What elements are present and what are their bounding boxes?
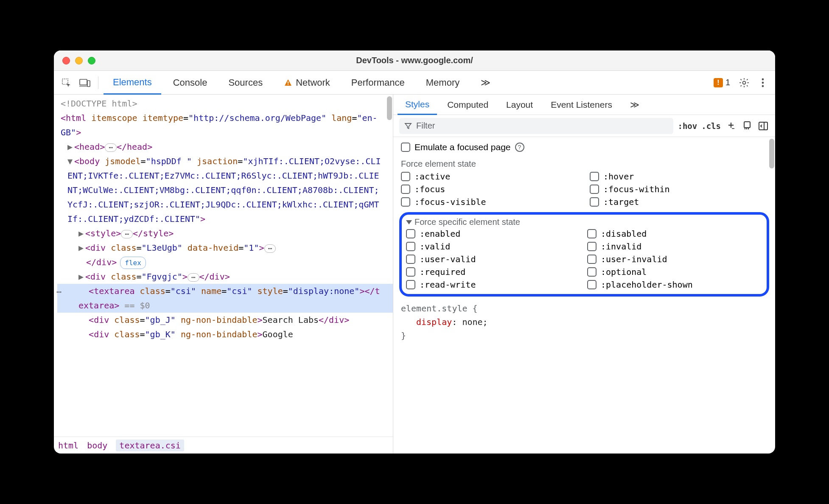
- chevron-down-icon: [406, 220, 412, 224]
- tab-memory[interactable]: Memory: [417, 71, 469, 95]
- copy-styles-icon[interactable]: [741, 120, 753, 132]
- ellipsis-chip[interactable]: ⋯: [105, 143, 117, 152]
- tab-more[interactable]: ≫: [471, 71, 500, 95]
- checkbox[interactable]: [590, 197, 599, 207]
- scrollbar[interactable]: [387, 96, 392, 120]
- svg-rect-5: [288, 84, 288, 85]
- checkbox[interactable]: [406, 229, 415, 238]
- checkbox[interactable]: [401, 172, 410, 181]
- kebab-menu-icon[interactable]: [755, 75, 771, 91]
- force-specific-header[interactable]: Force specific element state: [406, 217, 762, 229]
- state-read-write[interactable]: :read-write: [406, 280, 581, 290]
- checkbox[interactable]: [406, 255, 415, 264]
- subtab-more[interactable]: ≫: [622, 95, 647, 115]
- ellipsis-chip[interactable]: ⋯: [188, 273, 199, 282]
- subtab-event-listeners[interactable]: Event Listeners: [543, 95, 620, 115]
- state-hover[interactable]: :hover: [590, 171, 773, 182]
- force-state-label: Force element state: [398, 157, 775, 171]
- help-icon[interactable]: ?: [515, 143, 524, 152]
- settings-icon[interactable]: [736, 75, 752, 91]
- main-tabbar: Elements Console Sources Network Perform…: [54, 71, 775, 95]
- ellipsis-chip[interactable]: ⋯: [121, 230, 133, 238]
- dom-head[interactable]: ▶<head>⋯</head>: [57, 140, 393, 154]
- style-prop[interactable]: display: [401, 317, 452, 327]
- subtab-layout[interactable]: Layout: [499, 95, 541, 115]
- dom-div-gbk[interactable]: <div class="gb_K" ng-non-bindable>Google: [57, 327, 393, 342]
- state-user-invalid[interactable]: :user-invalid: [587, 254, 762, 264]
- warning-icon: [284, 78, 292, 87]
- hov-toggle[interactable]: :hov: [678, 121, 697, 131]
- dom-style[interactable]: ▶<style>⋯</style>: [57, 226, 393, 241]
- checkbox[interactable]: [401, 185, 410, 194]
- dom-html-open[interactable]: <html itemscope itemtype="http://schema.…: [57, 111, 393, 140]
- scrollbar[interactable]: [769, 139, 774, 168]
- ellipsis-chip[interactable]: ⋯: [264, 244, 276, 253]
- tab-elements[interactable]: Elements: [104, 71, 161, 95]
- checkbox[interactable]: [590, 172, 599, 181]
- close-window-button[interactable]: [62, 57, 70, 64]
- checkbox[interactable]: [587, 280, 597, 289]
- checkbox[interactable]: [587, 255, 597, 264]
- state-enabled[interactable]: :enabled: [406, 229, 581, 239]
- state-placeholder-shown[interactable]: :placeholder-shown: [587, 280, 762, 290]
- state-optional[interactable]: :optional: [587, 267, 762, 277]
- dom-div-fgvgjc[interactable]: ▶<div class="Fgvgjc">⋯</div>: [57, 269, 393, 284]
- checkbox[interactable]: [587, 267, 597, 277]
- checkbox[interactable]: [587, 242, 597, 251]
- new-style-rule-icon[interactable]: [725, 120, 737, 132]
- subtab-computed[interactable]: Computed: [440, 95, 496, 115]
- inspect-element-icon[interactable]: [58, 75, 74, 91]
- sidebar-tabs: Styles Computed Layout Event Listeners ≫: [393, 95, 775, 115]
- style-selector: element.style {: [401, 303, 478, 314]
- flex-badge[interactable]: flex: [120, 257, 146, 269]
- checkbox[interactable]: [401, 197, 410, 207]
- crumb-html[interactable]: html: [58, 440, 78, 451]
- svg-point-7: [762, 78, 764, 80]
- dom-tree[interactable]: <!DOCTYPE html> <html itemscope itemtype…: [54, 95, 393, 437]
- svg-rect-3: [87, 81, 90, 87]
- state-valid[interactable]: :valid: [406, 241, 581, 252]
- checkbox[interactable]: [406, 242, 415, 251]
- filter-input[interactable]: Filter: [399, 118, 673, 134]
- issues-count: 1: [725, 78, 730, 87]
- selected-marker: == $0: [119, 300, 150, 311]
- state-required[interactable]: :required: [406, 267, 581, 277]
- checkbox[interactable]: [406, 280, 415, 289]
- dom-textarea-selected[interactable]: ⋯ <textarea class="csi" name="csi" style…: [57, 284, 393, 313]
- dom-div-l3eugb[interactable]: ▶<div class="L3eUgb" data-hveid="1">⋯</d…: [57, 241, 393, 269]
- emulate-focused-row: Emulate a focused page ?: [398, 140, 775, 157]
- tab-sources[interactable]: Sources: [219, 71, 272, 95]
- crumb-textarea[interactable]: textarea.csi: [116, 440, 184, 451]
- state-target[interactable]: :target: [590, 197, 773, 207]
- crumb-body[interactable]: body: [87, 440, 107, 451]
- checkbox[interactable]: [590, 185, 599, 194]
- state-invalid[interactable]: :invalid: [587, 241, 762, 252]
- element-style-block[interactable]: element.style { display: none; }: [398, 300, 775, 344]
- state-user-valid[interactable]: :user-valid: [406, 254, 581, 264]
- cls-toggle[interactable]: .cls: [701, 121, 721, 131]
- force-specific-grid: :enabled :disabled :valid :invalid :user…: [406, 229, 762, 290]
- computed-panel-toggle-icon[interactable]: [757, 120, 769, 132]
- subtab-styles[interactable]: Styles: [398, 95, 437, 115]
- maximize-window-button[interactable]: [88, 57, 95, 64]
- state-focus-within[interactable]: :focus-within: [590, 184, 773, 194]
- dom-div-gbj[interactable]: <div class="gb_J" ng-non-bindable>Search…: [57, 313, 393, 327]
- checkbox[interactable]: [587, 229, 597, 238]
- emulate-focused-checkbox[interactable]: [401, 143, 410, 152]
- window-title: DevTools - www.google.com/: [356, 56, 473, 65]
- dom-body-open[interactable]: ▼<body jsmodel="hspDDf " jsaction="xjhTI…: [57, 154, 393, 226]
- state-focus[interactable]: :focus: [401, 184, 584, 194]
- breadcrumb: html body textarea.csi: [54, 437, 393, 454]
- tab-network[interactable]: Network: [274, 71, 339, 95]
- checkbox[interactable]: [406, 267, 415, 277]
- state-disabled[interactable]: :disabled: [587, 229, 762, 239]
- device-toolbar-icon[interactable]: [77, 75, 93, 91]
- state-active[interactable]: :active: [401, 171, 584, 182]
- issues-badge[interactable]: ! 1: [710, 78, 734, 87]
- minimize-window-button[interactable]: [75, 57, 83, 64]
- tab-performance[interactable]: Performance: [342, 71, 414, 95]
- separator: [98, 76, 98, 89]
- tab-console[interactable]: Console: [164, 71, 217, 95]
- state-focus-visible[interactable]: :focus-visible: [401, 197, 584, 207]
- style-val[interactable]: : none;: [452, 317, 487, 327]
